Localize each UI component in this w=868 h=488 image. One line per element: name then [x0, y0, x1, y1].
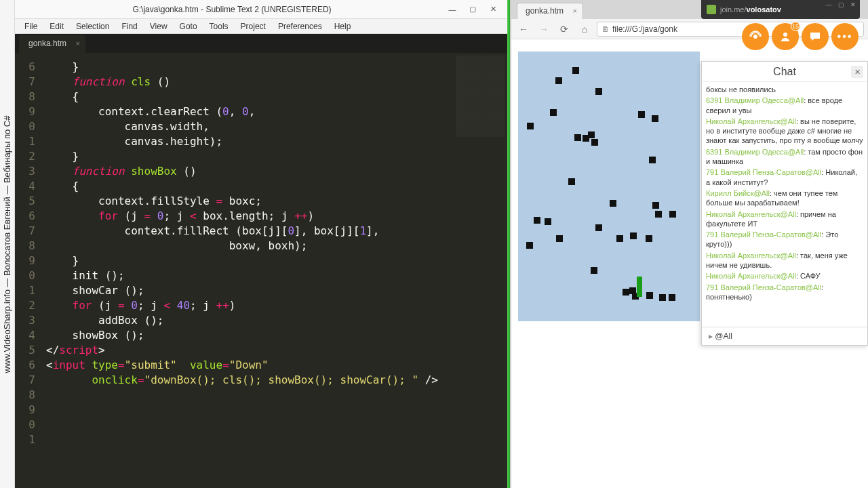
menu-tools[interactable]: Tools	[204, 20, 234, 33]
chat-text: : САФУ	[796, 272, 821, 280]
box	[669, 211, 676, 218]
menu-help[interactable]: Help	[329, 20, 357, 33]
chat-message-list[interactable]: боксы не появились6391 Владимир Одесса@A…	[702, 82, 867, 327]
box	[545, 218, 551, 225]
box	[595, 88, 602, 95]
joinme-toolbar[interactable]: join.me/volosatov — ▢ ✕	[701, 0, 860, 19]
menu-goto[interactable]: Goto	[174, 20, 203, 33]
chat-message: Николай Архангельск@All: причем на факул…	[706, 209, 863, 229]
box	[591, 267, 597, 274]
menu-preferences[interactable]: Preferences	[273, 20, 328, 33]
sublime-titlebar: G:\java\gonka.htm - Sublime Text 2 (UNRE…	[15, 0, 507, 19]
box	[572, 67, 579, 74]
reload-button[interactable]: ⟳	[556, 21, 572, 37]
chat-message: 791 Валерий Пенза-Саратов@All: Это круто…	[706, 230, 863, 249]
joinme-window-controls: — ▢ ✕	[823, 1, 859, 9]
box	[550, 109, 557, 116]
home-button[interactable]: ⌂	[576, 21, 593, 37]
box	[655, 211, 662, 218]
box	[555, 77, 562, 84]
menu-selection[interactable]: Selection	[71, 20, 115, 33]
sublime-menubar: File Edit Selection Find View Goto Tools…	[15, 19, 507, 34]
dots-icon: •••	[837, 30, 853, 43]
box	[534, 217, 540, 224]
chat-username: 6391 Владимир Одесса@All	[706, 96, 804, 104]
chat-username: Кирилл Бийск@All	[706, 189, 770, 197]
tab-close-icon[interactable]: ×	[76, 39, 80, 47]
chrome-tab-close-icon[interactable]: ×	[573, 7, 577, 15]
close-button[interactable]: ✕	[484, 3, 502, 16]
box	[669, 294, 675, 301]
broadcast-button[interactable]	[742, 23, 769, 50]
svg-point-0	[753, 35, 757, 39]
chat-recipient-selector[interactable]: @All	[702, 327, 867, 345]
box	[652, 202, 659, 209]
box	[652, 115, 658, 122]
box	[623, 289, 629, 296]
file-icon: 🗎	[601, 24, 610, 34]
menu-project[interactable]: Project	[235, 20, 271, 33]
chat-icon	[809, 30, 821, 43]
code-area[interactable]: } function cls () { context.clearRect (0…	[39, 53, 453, 488]
car	[637, 277, 642, 297]
chat-message: боксы не появились	[706, 85, 863, 94]
joinme-user: volosatov	[747, 5, 781, 14]
chat-username: 791 Валерий Пенза-Саратов@All	[706, 283, 821, 291]
participants-button[interactable]: 15	[772, 23, 799, 50]
forward-button[interactable]: →	[536, 21, 552, 37]
joinme-host: join.me/	[720, 5, 747, 14]
chat-text: боксы не появились	[706, 85, 776, 94]
menu-find[interactable]: Find	[116, 20, 142, 33]
sublime-editor-body: 67890123456789012345678901 } function cl…	[15, 53, 507, 488]
joinme-max-icon[interactable]: ▢	[835, 1, 846, 9]
window-divider[interactable]	[507, 0, 510, 488]
box	[588, 131, 595, 138]
joinme-min-icon[interactable]: —	[823, 1, 834, 9]
chat-header: Chat ✕	[702, 62, 867, 82]
chat-message: 791 Валерий Пенза-Саратов@All: понятнень…	[706, 283, 863, 302]
box	[595, 224, 602, 231]
back-button[interactable]: ←	[515, 21, 532, 37]
svg-point-1	[783, 33, 787, 37]
person-icon	[779, 30, 791, 43]
box	[527, 123, 534, 129]
tab-label: gonka.htm	[28, 39, 66, 48]
chat-button[interactable]	[802, 23, 829, 50]
chat-username: Николай Архангельск@All	[706, 251, 796, 260]
chrome-tab-label: gonka.htm	[526, 6, 564, 16]
menu-view[interactable]: View	[144, 20, 173, 33]
sublime-tab[interactable]: gonka.htm ×	[19, 35, 85, 53]
chat-message: 791 Валерий Пенза-Саратов@All: Николай, …	[706, 167, 863, 187]
chat-username: Николай Архангельск@All	[706, 272, 796, 280]
minimap-viewport	[456, 56, 505, 137]
game-canvas[interactable]	[518, 52, 700, 321]
box	[568, 178, 575, 185]
menu-edit[interactable]: Edit	[44, 20, 69, 33]
maximize-button[interactable]: ▢	[464, 3, 481, 16]
chat-message: Николай Архангельск@All: САФУ	[706, 271, 863, 281]
sublime-tab-bar: gonka.htm ×	[15, 34, 507, 53]
box	[646, 235, 652, 242]
box	[610, 200, 616, 207]
minimap[interactable]	[453, 53, 507, 488]
joinme-logo-icon	[707, 5, 716, 14]
more-button[interactable]: •••	[831, 23, 859, 50]
box	[616, 235, 623, 242]
line-number-gutter: 67890123456789012345678901	[15, 53, 39, 488]
chrome-tab[interactable]: gonka.htm ×	[517, 3, 583, 19]
chat-recipient-label: @All	[715, 331, 732, 341]
participants-badge: 15	[791, 22, 800, 31]
chat-username: 6391 Владимир Одесса@All	[706, 148, 804, 156]
chat-username: 791 Валерий Пенза-Саратов@All	[706, 168, 821, 176]
menu-file[interactable]: File	[19, 20, 43, 33]
chat-message: 6391 Владимир Одесса@All: там просто фон…	[706, 147, 863, 167]
box	[638, 111, 645, 118]
chat-close-button[interactable]: ✕	[851, 66, 863, 78]
chat-username: Николай Архангельск@All	[706, 117, 796, 125]
vertical-title: www.VideoSharp.info — Волосатов Евгений …	[2, 115, 12, 373]
box	[646, 292, 653, 299]
url-text: file:///G:/java/gonk	[612, 24, 677, 34]
minimize-button[interactable]: —	[443, 3, 461, 16]
sublime-title: G:\java\gonka.htm - Sublime Text 2 (UNRE…	[20, 5, 443, 14]
joinme-close-icon[interactable]: ✕	[848, 1, 859, 9]
